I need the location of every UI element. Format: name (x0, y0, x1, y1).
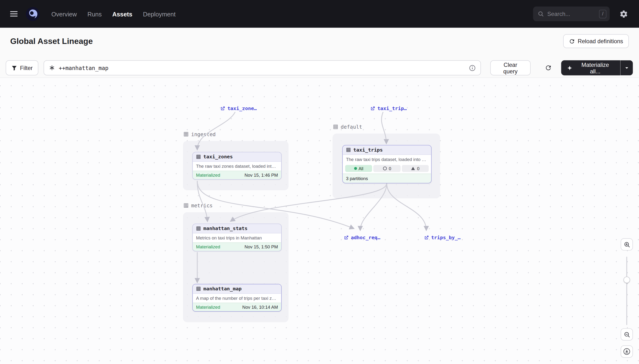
asset-selection-input[interactable]: ++manhattan_map (44, 60, 481, 75)
nav-assets[interactable]: Assets (112, 10, 132, 18)
asset-node-header: manhattan_map (193, 284, 281, 294)
nav-runs[interactable]: Runs (88, 10, 102, 18)
asset-name: taxi_zones (203, 154, 233, 160)
lineage-toolbar: Filter ++manhattan_map Clear query Mater… (6, 60, 633, 75)
materialized-dot-icon (354, 167, 357, 170)
external-asset-label: adhoc_req… (351, 234, 380, 240)
refresh-icon (544, 64, 551, 72)
page-header: Global Asset Lineage Reload definitions (0, 28, 639, 54)
partition-chip-failed[interactable]: 0 (402, 165, 429, 172)
status-badge: Materialized (196, 173, 220, 178)
asset-node-manhattan-stats[interactable]: manhattan_stats Metrics on taxi trips in… (193, 224, 282, 251)
asset-status-footer: Materialized Nov 16, 10:14 AM (193, 303, 281, 311)
zoom-slider-thumb[interactable] (623, 276, 630, 283)
asset-name: taxi_trips (353, 147, 383, 153)
materialize-split-button: Materialize all... (561, 60, 633, 75)
zoom-out-icon (623, 331, 630, 338)
asset-name: manhattan_stats (203, 226, 248, 232)
external-asset-label: taxi_trip… (377, 106, 407, 111)
sparkle-icon (567, 65, 572, 71)
asset-node-taxi-trips[interactable]: taxi_trips The raw taxi trips dataset, l… (342, 145, 432, 184)
materialization-timestamp[interactable]: Nov 15, 1:50 PM (245, 244, 278, 249)
asset-node-manhattan-map[interactable]: manhattan_map A map of the number of tri… (193, 284, 282, 312)
asset-selection-value: ++manhattan_map (59, 64, 109, 71)
materialization-timestamp[interactable]: Nov 16, 10:14 AM (242, 304, 278, 310)
table-icon (196, 154, 201, 159)
asset-description: The raw taxi trips dataset, loaded into … (343, 155, 431, 164)
status-badge: Materialized (196, 304, 220, 310)
zoom-out-button[interactable] (621, 328, 633, 340)
asset-description: A map of the number of trips per taxi z… (193, 294, 281, 303)
materialization-timestamp[interactable]: Nov 15, 1:46 PM (245, 173, 278, 178)
chevron-down-icon (624, 65, 630, 71)
graph-query-icon (49, 65, 55, 71)
download-icon (623, 348, 630, 355)
asset-node-taxi-zones[interactable]: taxi_zones The raw taxi zones dataset, l… (193, 152, 282, 180)
asset-node-header: taxi_zones (193, 152, 281, 162)
circle-outline-icon (383, 166, 387, 171)
partitions-count-link[interactable]: 3 partitions (343, 174, 431, 183)
search-icon (537, 10, 544, 17)
global-search-input[interactable]: Search... / (533, 6, 609, 21)
partition-chip-missing[interactable]: 0 (373, 165, 400, 172)
lineage-edges (0, 78, 639, 364)
partition-health-row: All 0 0 (343, 164, 431, 174)
hamburger-icon (10, 10, 18, 18)
asset-description: The raw taxi zones dataset, loaded int… (193, 162, 281, 171)
external-asset-taxi-zone[interactable]: taxi_zone… (220, 106, 257, 111)
materialize-all-button[interactable]: Materialize all... (561, 60, 620, 75)
table-icon (196, 286, 201, 291)
materialize-options-button[interactable] (620, 60, 633, 75)
query-info-icon[interactable] (469, 64, 475, 71)
external-link-icon (370, 106, 375, 111)
search-shortcut-badge: / (599, 10, 606, 18)
gear-icon (619, 10, 628, 18)
settings-button[interactable] (615, 6, 632, 22)
top-navbar: Overview Runs Assets Deployment Search..… (0, 0, 639, 28)
lineage-canvas[interactable]: ingested default metrics (0, 78, 639, 364)
table-icon (196, 226, 201, 231)
reload-definitions-label: Reload definitions (578, 38, 623, 44)
refresh-graph-button[interactable] (541, 60, 555, 75)
page-title: Global Asset Lineage (10, 36, 93, 46)
reload-definitions-button[interactable]: Reload definitions (563, 34, 629, 48)
external-asset-adhoc-request[interactable]: adhoc_req… (344, 234, 380, 240)
primary-nav: Overview Runs Assets Deployment (52, 10, 176, 18)
dagster-logo-icon (25, 6, 40, 21)
menu-button[interactable] (6, 6, 22, 22)
zoom-in-button[interactable] (621, 238, 633, 250)
funnel-icon (11, 65, 17, 71)
table-icon (346, 148, 351, 152)
download-graph-button[interactable] (621, 346, 633, 358)
external-link-icon (344, 235, 349, 240)
info-icon (469, 64, 475, 71)
nav-overview[interactable]: Overview (52, 10, 77, 18)
zoom-slider-track[interactable] (626, 256, 627, 325)
external-link-icon (424, 235, 429, 240)
asset-name: manhattan_map (203, 286, 242, 292)
asset-node-header: taxi_trips (343, 145, 431, 155)
asset-node-header: manhattan_stats (193, 224, 281, 234)
clear-query-button[interactable]: Clear query (490, 60, 531, 75)
dagster-app: Overview Runs Assets Deployment Search..… (0, 0, 639, 364)
clear-query-label: Clear query (496, 61, 525, 74)
partition-chip-label: 0 (389, 166, 391, 171)
nav-deployment[interactable]: Deployment (143, 10, 176, 18)
asset-description: Metrics on taxi trips in Manhattan (193, 234, 281, 242)
partition-chip-materialized[interactable]: All (345, 165, 372, 172)
dagster-logo[interactable] (25, 6, 41, 22)
external-asset-taxi-trip[interactable]: taxi_trip… (370, 106, 407, 111)
status-badge: Materialized (196, 244, 220, 249)
external-link-icon (220, 106, 225, 111)
external-asset-label: taxi_zone… (228, 106, 257, 111)
external-asset-label: trips_by_… (431, 234, 460, 240)
partition-chip-label: All (359, 166, 363, 171)
asset-status-footer: Materialized Nov 15, 1:46 PM (193, 171, 281, 179)
search-placeholder: Search... (547, 10, 596, 17)
partition-chip-label: 0 (417, 166, 419, 171)
asset-status-footer: Materialized Nov 15, 1:50 PM (193, 242, 281, 251)
materialize-all-label: Materialize all... (576, 61, 615, 74)
external-asset-trips-by-week[interactable]: trips_by_… (424, 234, 460, 240)
filter-button[interactable]: Filter (6, 60, 39, 75)
filter-label: Filter (20, 64, 33, 71)
